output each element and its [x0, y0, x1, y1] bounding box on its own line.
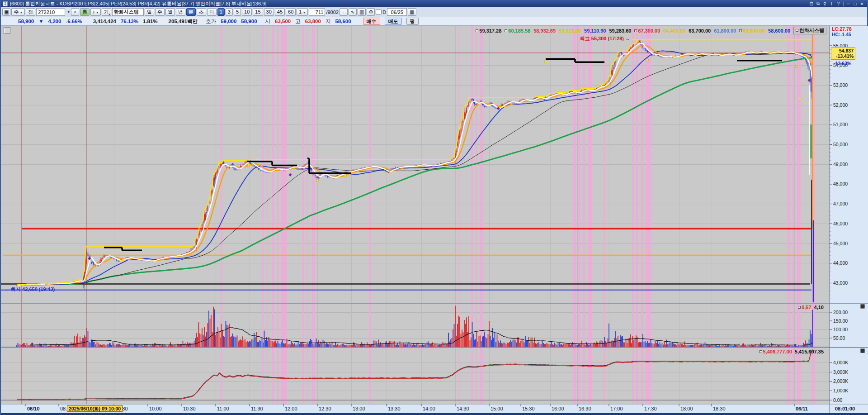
- svg-text:16:30: 16:30: [579, 406, 591, 411]
- interval-30-button[interactable]: 30: [264, 8, 274, 16]
- open-price: 63,500: [275, 19, 291, 24]
- price-change: 4,200: [48, 19, 61, 24]
- help-icon[interactable]: ?: [835, 1, 842, 6]
- low-label: 저: [326, 18, 331, 25]
- minimize-button[interactable]: ─: [845, 1, 852, 6]
- svg-text:14:00: 14:00: [423, 406, 435, 411]
- interval-1-button[interactable]: 1: [217, 8, 225, 16]
- svg-text:49,000: 49,000: [833, 162, 848, 167]
- lc-value: LC:27.78: [832, 26, 852, 32]
- bar-count-input[interactable]: [309, 8, 325, 16]
- title-bar: 1 [6600] 통합키움차트 - KOSPI200 EPS[2,405] PE…: [1, 0, 867, 7]
- interval-combo[interactable]: 1▼: [297, 8, 308, 16]
- buy-button[interactable]: 매수: [363, 18, 380, 25]
- svg-text:12:00: 12:00: [285, 406, 297, 411]
- current-price-box: 54,637 -13.41%: [831, 47, 855, 60]
- svg-text:50,000: 50,000: [833, 142, 848, 147]
- geo-button[interactable]: 거: [102, 8, 111, 16]
- volume-pct: 76.13%: [121, 19, 138, 24]
- svg-text:13:30: 13:30: [388, 406, 401, 411]
- current-price-box-pct: -13.41%: [833, 53, 854, 59]
- svg-text:06/10: 06/10: [27, 406, 40, 411]
- copy-window-icon[interactable]: ⧉: [815, 1, 821, 6]
- value-item: 0,57: [798, 305, 811, 310]
- chart-area: 55,00054,00053,00052,00051,00050,00049,0…: [1, 26, 868, 415]
- interval-45-button[interactable]: 45: [275, 8, 285, 16]
- text-tool-icon[interactable]: T: [828, 1, 835, 6]
- svg-text:0.00: 0.00: [833, 397, 843, 403]
- chevron-down-icon: ▼: [302, 11, 306, 14]
- chart-type-select[interactable]: 주▼: [11, 8, 25, 16]
- value-item: 59,317.28: [476, 28, 501, 33]
- low-price: 58,600: [335, 19, 351, 24]
- svg-text:17:30: 17:30: [644, 406, 657, 411]
- period-tick-button[interactable]: 틱: [207, 8, 217, 16]
- indicator-values-row: 59,317.2860,185.5858,932.6959,021.8859,1…: [476, 27, 826, 34]
- sell-button[interactable]: 매도: [385, 18, 402, 25]
- svg-text:100.00: 100.00: [833, 327, 848, 332]
- panel-expand-icon[interactable]: [861, 305, 864, 308]
- svg-text:3,000K: 3,000K: [833, 369, 848, 375]
- save-icon[interactable]: ▥: [358, 8, 366, 16]
- code-dropdown-icon[interactable]: ▼: [67, 10, 70, 14]
- svg-text:17:00: 17:00: [610, 406, 623, 411]
- svg-text:08:01:00: 08:01:00: [835, 406, 855, 411]
- period-year-button[interactable]: 년: [176, 8, 185, 16]
- tong-button[interactable]: 통: [80, 8, 90, 16]
- main-chart-svg[interactable]: 55,00054,00053,00052,00051,00050,00049,0…: [1, 26, 868, 415]
- svg-text:1,000K: 1,000K: [833, 388, 848, 393]
- cumline-values-row: 5,406,777.005,415,697.35: [760, 349, 824, 354]
- chart-type-label: 주: [14, 9, 19, 14]
- svg-text:12:30: 12:30: [319, 406, 331, 411]
- gear-icon[interactable]: ⚙: [367, 8, 375, 16]
- svg-text:16:00: 16:00: [552, 406, 564, 411]
- value-item: 58,600.00: [768, 28, 790, 33]
- value-item: 5,415,697.35: [795, 349, 824, 354]
- calendar-icon[interactable]: ▦: [408, 8, 416, 16]
- svg-text:150.00: 150.00: [833, 318, 848, 324]
- pct-blue-label: -13.63%: [834, 61, 851, 66]
- trendline-icon[interactable]: ∿: [349, 8, 357, 16]
- value-item: 67,300.00: [634, 28, 660, 33]
- window-title: [6600] 통합키움차트 - KOSPI200 EPS[2,405] PER[…: [10, 0, 808, 7]
- high-label: 고: [295, 18, 301, 25]
- search-icon[interactable]: ⌕: [71, 8, 79, 16]
- period-week-button[interactable]: 주: [155, 8, 165, 16]
- value-item: 61,800.00: [714, 28, 736, 33]
- day-high-marker: 최고 55,300 (17:28) →: [580, 35, 630, 42]
- period-day-button[interactable]: 일: [145, 8, 154, 16]
- speaker-glyph: ♪: [92, 9, 95, 14]
- dock-icon[interactable]: ⊡: [808, 1, 815, 6]
- date-input[interactable]: [387, 8, 407, 16]
- d-checkbox[interactable]: [376, 9, 382, 15]
- interval-10-button[interactable]: 10: [242, 8, 252, 16]
- svg-text:53,000: 53,000: [833, 82, 848, 88]
- bar-total-label: /9002: [326, 10, 339, 15]
- period-second-button[interactable]: 초: [197, 8, 206, 16]
- close-button[interactable]: ✕: [859, 1, 865, 6]
- svg-text:43,000: 43,000: [833, 280, 848, 286]
- panel-expand-icon[interactable]: [861, 349, 864, 353]
- svg-text:47,000: 47,000: [833, 201, 848, 206]
- svg-text:48,000: 48,000: [833, 181, 848, 186]
- interval-combo-value: 1: [299, 9, 302, 14]
- period-month-button[interactable]: 월: [165, 8, 175, 16]
- prev-button[interactable]: 전: [26, 8, 35, 16]
- stock-code-input[interactable]: [36, 8, 65, 16]
- window-select-icon[interactable]: ▣: [2, 8, 10, 16]
- volume-value: 3,414,424: [93, 19, 116, 24]
- speaker-dropdown-icon: ▼: [96, 11, 99, 14]
- speaker-icon[interactable]: ♪▼: [90, 8, 100, 16]
- flat-button[interactable]: 평: [406, 18, 419, 25]
- period-minute-button[interactable]: 분: [186, 8, 196, 16]
- chart-tool-button[interactable]: [4, 27, 10, 34]
- titlebar-separator: |: [843, 1, 844, 6]
- interval-15-button[interactable]: 15: [253, 8, 263, 16]
- compare-dots-icon[interactable]: ⁘: [340, 8, 348, 16]
- maximize-button[interactable]: □: [852, 1, 859, 6]
- interval-60-button[interactable]: 60: [286, 8, 296, 16]
- pin-icon[interactable]: ⚲: [821, 1, 828, 6]
- svg-text:10:00: 10:00: [149, 406, 162, 411]
- interval-3-button[interactable]: 3: [226, 8, 233, 16]
- interval-5-button[interactable]: 5: [234, 8, 241, 16]
